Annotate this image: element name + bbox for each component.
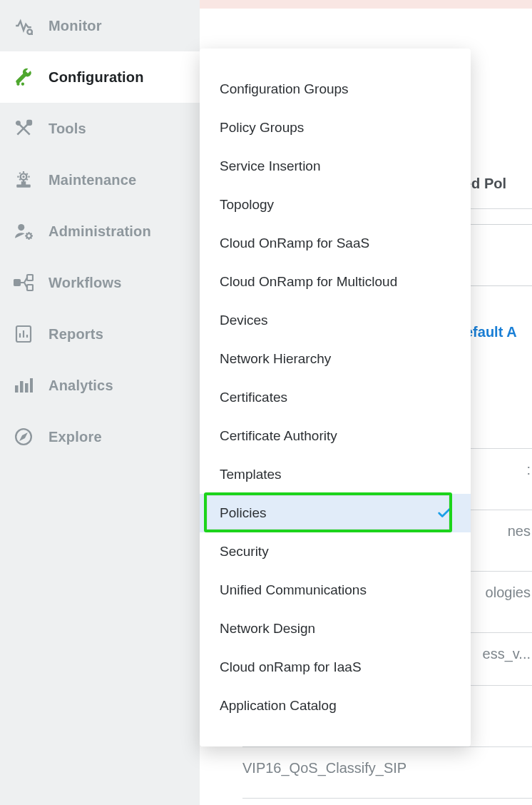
submenu-label: Service Insertion: [220, 158, 321, 174]
check-icon: [436, 505, 452, 521]
submenu-label: Unified Communications: [220, 582, 367, 598]
submenu-item-application-catalog[interactable]: Application Catalog: [200, 687, 471, 725]
submenu-item-topology[interactable]: Topology: [200, 186, 471, 224]
submenu-label: Policy Groups: [220, 120, 304, 136]
svg-rect-15: [27, 275, 33, 280]
nav-label: Workflows: [48, 275, 122, 291]
svg-marker-26: [21, 435, 26, 440]
nav-label: Reports: [48, 326, 103, 343]
nav-item-administration[interactable]: Administration: [0, 206, 200, 257]
svg-rect-24: [30, 378, 33, 393]
nav-label: Administration: [48, 223, 151, 240]
row-text: ess_v...: [483, 646, 531, 662]
tools-icon: [13, 118, 34, 139]
nav-label: Configuration: [48, 69, 144, 86]
nav-label: Monitor: [48, 18, 102, 34]
svg-rect-23: [25, 383, 29, 393]
submenu-label: Cloud OnRamp for Multicloud: [220, 274, 397, 290]
monitor-icon: [13, 15, 34, 36]
submenu-label: Security: [220, 544, 269, 560]
submenu-label: Policies: [220, 505, 266, 521]
submenu-label: Configuration Groups: [220, 81, 349, 97]
nav-item-maintenance[interactable]: Maintenance: [0, 154, 200, 206]
submenu-item-cloud-onramp-iaas[interactable]: Cloud onRamp for IaaS: [200, 648, 471, 687]
submenu-item-network-hierarchy[interactable]: Network Hierarchy: [200, 340, 471, 378]
submenu-label: Devices: [220, 313, 268, 328]
svg-rect-22: [20, 381, 24, 393]
submenu-item-cloud-onramp-saas[interactable]: Cloud OnRamp for SaaS: [200, 224, 471, 263]
sidebar: Monitor Configuration Tools Maintenance …: [0, 0, 200, 805]
submenu-item-devices[interactable]: Devices: [200, 301, 471, 340]
submenu-label: Certificate Authority: [220, 428, 337, 444]
submenu-item-templates[interactable]: Templates: [200, 455, 471, 494]
nav-label: Maintenance: [48, 172, 136, 188]
nav-item-analytics[interactable]: Analytics: [0, 360, 200, 411]
submenu-item-certificates[interactable]: Certificates: [200, 378, 471, 417]
svg-line-1: [31, 34, 33, 35]
submenu-label: Network Hierarchy: [220, 351, 331, 367]
svg-point-9: [22, 176, 24, 178]
svg-rect-7: [27, 121, 31, 124]
submenu-item-configuration-groups[interactable]: Configuration Groups: [200, 70, 471, 108]
svg-point-13: [26, 233, 31, 238]
report-icon: [13, 323, 34, 345]
nav-item-configuration[interactable]: Configuration: [0, 51, 200, 103]
submenu-item-policy-groups[interactable]: Policy Groups: [200, 108, 471, 147]
notification-bar: [200, 0, 532, 9]
nav-item-reports[interactable]: Reports: [0, 308, 200, 360]
submenu-label: Templates: [220, 467, 282, 482]
submenu-label: Certificates: [220, 390, 287, 405]
row-text: nes: [508, 523, 531, 540]
nav-item-workflows[interactable]: Workflows: [0, 257, 200, 308]
svg-rect-11: [21, 181, 26, 185]
nav-item-explore[interactable]: Explore: [0, 411, 200, 462]
submenu-label: Cloud OnRamp for SaaS: [220, 236, 369, 251]
row-text: ologies: [486, 584, 531, 601]
submenu-item-certificate-authority[interactable]: Certificate Authority: [200, 417, 471, 455]
workflow-icon: [13, 272, 34, 293]
submenu-item-policies[interactable]: Policies: [200, 494, 471, 532]
nav-label: Analytics: [48, 378, 113, 394]
analytics-icon: [13, 375, 34, 396]
submenu-item-security[interactable]: Security: [200, 532, 471, 571]
svg-rect-21: [15, 385, 19, 393]
wrench-icon: [13, 66, 34, 88]
submenu-item-network-design[interactable]: Network Design: [200, 609, 471, 648]
submenu-item-service-insertion[interactable]: Service Insertion: [200, 147, 471, 186]
submenu-item-cloud-onramp-multicloud[interactable]: Cloud OnRamp for Multicloud: [200, 263, 471, 301]
nav-label: Explore: [48, 429, 102, 445]
submenu-label: Cloud onRamp for IaaS: [220, 659, 362, 675]
row-text: :: [526, 462, 531, 478]
user-gear-icon: [13, 221, 34, 242]
svg-point-3: [21, 83, 24, 86]
gear-icon: [13, 169, 34, 191]
svg-point-2: [16, 83, 19, 86]
divider: [242, 798, 532, 799]
nav-item-monitor[interactable]: Monitor: [0, 0, 200, 51]
submenu-label: Topology: [220, 197, 274, 213]
link-fragment[interactable]: efault A: [465, 324, 517, 340]
compass-icon: [13, 426, 34, 447]
submenu-label: Application Catalog: [220, 698, 337, 714]
row-text: VIP16_QoS_Classify_SIP: [242, 760, 406, 776]
nav-item-tools[interactable]: Tools: [0, 103, 200, 154]
configuration-submenu: Configuration Groups Policy Groups Servi…: [200, 49, 471, 746]
svg-rect-16: [27, 285, 33, 290]
submenu-item-unified-communications[interactable]: Unified Communications: [200, 571, 471, 609]
svg-rect-14: [14, 280, 20, 285]
svg-point-12: [18, 224, 24, 231]
submenu-label: Network Design: [220, 621, 315, 637]
list-row[interactable]: VIP16_QoS_Classify_SIP: [242, 746, 532, 776]
svg-point-6: [16, 121, 19, 124]
nav-label: Tools: [48, 121, 86, 137]
